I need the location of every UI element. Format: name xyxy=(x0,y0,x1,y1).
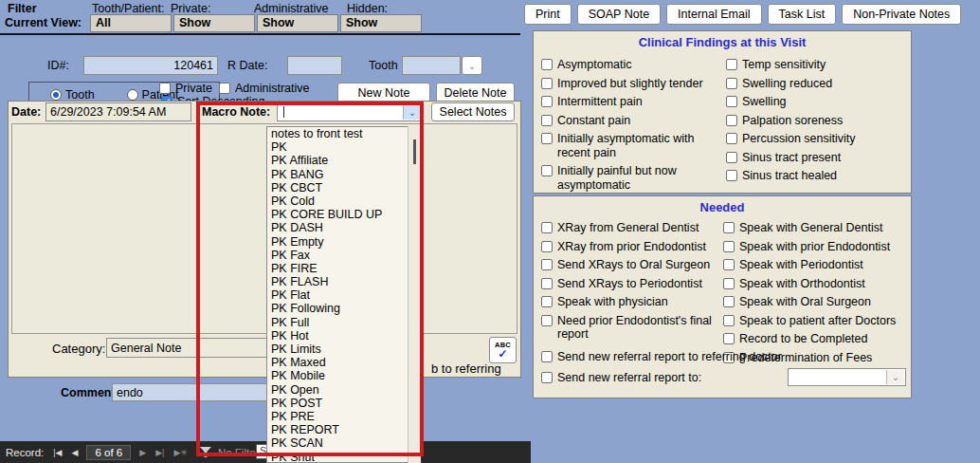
filter-combo-row: AllShowShowShow xyxy=(90,14,424,32)
new-record-button[interactable]: ▶✳ xyxy=(173,448,187,457)
clinical-checkbox-item[interactable]: Constant pain xyxy=(541,114,723,128)
clinical-checkbox-item[interactable]: Swelling xyxy=(726,95,906,109)
clinical-checkbox-item[interactable]: Sinus tract present xyxy=(726,151,906,165)
toolbar-button[interactable]: Internal Email xyxy=(666,4,761,25)
dropdown-list-item[interactable]: PK FIRE xyxy=(267,262,419,275)
app-window: Filter Tooth/Patient: Private: Administr… xyxy=(0,0,980,463)
tooth-dropdown-button[interactable]: ⌄ xyxy=(462,56,482,75)
needed-checkbox-item[interactable]: Send XRays to Periodontist xyxy=(541,277,721,291)
dropdown-list-item[interactable]: PK BANG xyxy=(267,168,419,181)
dropdown-list-item[interactable]: PK Empty xyxy=(267,235,419,249)
checkbox-icon xyxy=(541,315,553,326)
needed-checkbox-item[interactable]: Speak with General Dentist xyxy=(723,221,909,235)
dropdown-list-item[interactable]: PK SCAN xyxy=(267,436,419,450)
dropdown-list-item[interactable]: PK DASH xyxy=(267,221,419,234)
referral-to-checkbox[interactable]: Send new referral report to: xyxy=(541,371,701,385)
needed-checkbox-item[interactable]: Speak with Oral Surgeon xyxy=(723,295,909,309)
no-filter-label: No Filter xyxy=(218,447,259,458)
macro-note-combobox[interactable]: ⌄ xyxy=(277,102,423,121)
last-record-button[interactable]: ▶| xyxy=(155,448,164,457)
scrollbar-thumb[interactable] xyxy=(413,139,416,164)
dropdown-list-item[interactable]: PK Affiliate xyxy=(267,154,419,167)
referral-to-combobox[interactable]: ⌄ xyxy=(788,368,906,386)
checkbox-icon xyxy=(219,83,230,94)
select-notes-button[interactable]: Select Notes xyxy=(431,102,515,121)
needed-checkbox-item[interactable]: Speak to patient after Doctors xyxy=(723,314,909,328)
referral-doctor-checkbox[interactable]: Send new referral report to referring do… xyxy=(541,350,782,364)
tooth-field[interactable] xyxy=(402,56,461,75)
clinical-checkbox-item[interactable]: Percussion sensitivity xyxy=(726,132,906,146)
clinical-checkbox-item[interactable]: Asymptomatic xyxy=(541,58,723,72)
toolbar-button[interactable]: Print xyxy=(524,4,572,25)
spell-check-button[interactable]: ABC ✓ xyxy=(489,337,517,363)
dropdown-list-item[interactable]: PK FLASH xyxy=(267,275,419,288)
filter-combo[interactable]: Show xyxy=(340,14,422,32)
needed-checkbox-item[interactable]: Need prior Endodontist's final report xyxy=(541,314,721,342)
clinical-checkbox-item[interactable]: Initially asymptomatic with recent pain xyxy=(541,132,723,159)
dropdown-list-item[interactable]: PK Flat xyxy=(267,288,419,302)
needed-checkbox-item[interactable]: Speak with Periodontist xyxy=(723,258,909,272)
dropdown-list-item[interactable]: PK Following xyxy=(267,302,419,315)
needed-title: Needed xyxy=(534,196,911,214)
dropdown-list-item[interactable]: PK REPORT xyxy=(267,423,419,436)
checkbox-icon xyxy=(541,351,553,362)
dropdown-list-item[interactable]: PK POST xyxy=(267,397,419,410)
date-field[interactable]: 6/29/2023 7:09:54 AM xyxy=(45,102,191,121)
dropdown-list-item[interactable]: PK Hot xyxy=(267,329,419,343)
dropdown-list-item[interactable]: PK PRE xyxy=(267,410,419,423)
filter-col-private: Private: xyxy=(171,2,210,15)
checkbox-icon xyxy=(541,133,553,144)
dropdown-list-item[interactable]: PK xyxy=(267,140,419,154)
chevron-down-icon[interactable]: ⌄ xyxy=(886,370,904,384)
dropdown-list-item[interactable]: PK CORE BUILD UP xyxy=(267,208,419,221)
next-record-button[interactable]: ▶ xyxy=(139,448,146,457)
note-text-area[interactable] xyxy=(11,123,517,334)
id-field[interactable]: 120461 xyxy=(83,56,218,75)
clinical-checkbox-item[interactable]: Initially painful but now asymptomatic xyxy=(541,164,723,192)
needed-checkbox-item[interactable]: Record to be Completed xyxy=(723,332,909,346)
clinical-checkbox-item[interactable]: Temp sensitivity xyxy=(726,58,906,72)
radio-tooth[interactable]: Tooth xyxy=(50,88,95,102)
administrative-checkbox[interactable]: Administrative xyxy=(219,82,310,96)
new-note-button[interactable]: New Note xyxy=(337,83,430,102)
macro-note-dropdown-list: notes to front testPKPK AffiliatePK BANG… xyxy=(266,126,420,463)
rdate-field[interactable] xyxy=(287,56,342,75)
clinical-checkbox-item[interactable]: Sinus tract healed xyxy=(726,169,906,183)
clinical-left-column: AsymptomaticImproved but slightly tender… xyxy=(541,58,723,192)
clinical-checkbox-item[interactable]: Swelling reduced xyxy=(726,77,906,91)
clinical-checkbox-item[interactable]: Improved but slightly tender xyxy=(541,77,723,91)
dropdown-list-item[interactable]: PK Open xyxy=(267,383,419,397)
filter-funnel-icon[interactable] xyxy=(200,447,211,457)
delete-note-button[interactable]: Delete Note xyxy=(436,83,515,102)
previous-record-button[interactable]: ◀ xyxy=(72,448,79,457)
needed-checkbox-item[interactable]: XRay from prior Endodontist xyxy=(541,240,721,254)
filter-combo[interactable]: Show xyxy=(173,14,255,32)
dropdown-list-item[interactable]: PK CBCT xyxy=(267,181,419,194)
dropdown-scrollbar[interactable] xyxy=(408,126,421,463)
clinical-checkbox-item[interactable]: Palpation soreness xyxy=(726,114,906,128)
needed-checkbox-item[interactable]: Send XRays to Oral Surgeon xyxy=(541,258,721,272)
needed-checkbox-item[interactable]: XRay from General Dentist xyxy=(541,221,721,235)
first-record-button[interactable]: |◀ xyxy=(53,448,62,457)
needed-checkbox-item[interactable]: Speak with physician xyxy=(541,295,721,309)
toolbar-button[interactable]: Task List xyxy=(768,4,837,25)
dropdown-list-item[interactable]: PK Cold xyxy=(267,194,419,208)
toolbar-button[interactable]: SOAP Note xyxy=(577,4,661,25)
dropdown-list-item[interactable]: PK Fax xyxy=(267,249,419,262)
dropdown-list-item[interactable]: PK Maxed xyxy=(267,356,419,369)
clinical-checkbox-item[interactable]: Intermittent pain xyxy=(541,95,723,109)
needed-checkbox-item[interactable]: Speak with Orthodontist xyxy=(723,277,909,291)
dropdown-list-item[interactable]: PK Full xyxy=(267,316,419,329)
chevron-down-icon[interactable]: ⌄ xyxy=(403,104,421,120)
filter-combo[interactable]: Show xyxy=(257,14,338,32)
needed-checkbox-item[interactable]: Speak with prior Endodontist xyxy=(723,240,909,254)
dropdown-list-item[interactable]: notes to front test xyxy=(267,127,419,140)
toolbar-button[interactable]: Non-Private Notes xyxy=(842,4,961,25)
dropdown-list-item[interactable]: PK Limits xyxy=(267,343,419,356)
dropdown-list-item[interactable]: PK Mobile xyxy=(267,369,419,382)
id-label: ID#: xyxy=(47,59,69,72)
private-checkbox[interactable]: Private xyxy=(159,82,212,96)
filter-combo[interactable]: All xyxy=(90,14,172,32)
clinical-right-column: Temp sensitivitySwelling reducedSwelling… xyxy=(726,58,906,183)
dropdown-list-item[interactable]: PK Shut xyxy=(267,451,419,463)
